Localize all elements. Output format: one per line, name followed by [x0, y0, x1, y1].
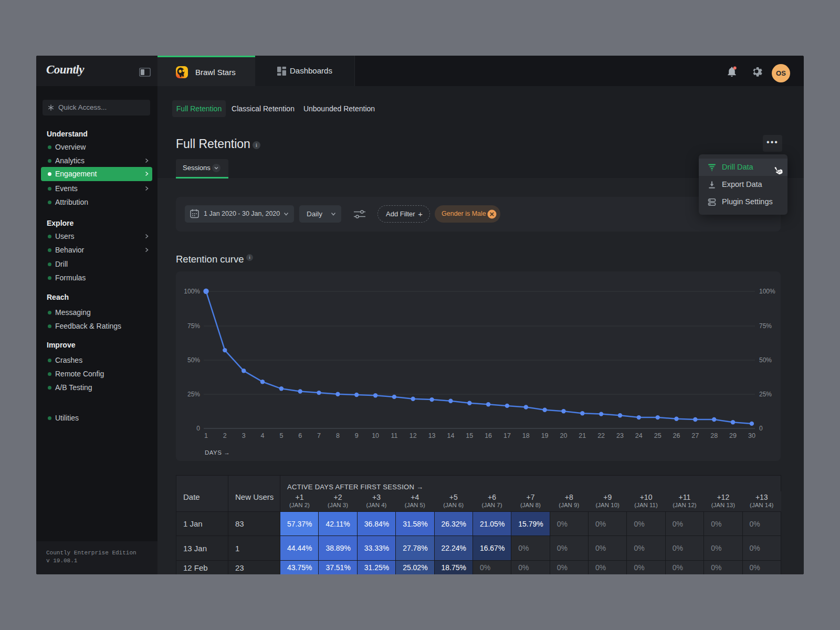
svg-text:9: 9 — [355, 432, 359, 439]
svg-text:21: 21 — [579, 432, 586, 439]
svg-text:14: 14 — [447, 432, 454, 439]
svg-text:11: 11 — [391, 432, 397, 439]
svg-text:0: 0 — [759, 425, 763, 432]
svg-text:8: 8 — [336, 432, 340, 439]
svg-text:28: 28 — [710, 432, 718, 439]
svg-text:30: 30 — [748, 432, 755, 439]
svg-text:22: 22 — [597, 432, 605, 439]
svg-text:75%: 75% — [187, 322, 200, 330]
svg-text:12: 12 — [410, 432, 417, 439]
svg-text:50%: 50% — [759, 356, 772, 364]
svg-text:3: 3 — [242, 432, 246, 439]
svg-text:100%: 100% — [184, 288, 200, 295]
svg-text:25: 25 — [654, 432, 662, 439]
svg-text:10: 10 — [372, 432, 379, 439]
svg-text:50%: 50% — [187, 356, 200, 364]
svg-text:24: 24 — [635, 432, 643, 439]
svg-text:100%: 100% — [759, 288, 775, 295]
svg-text:25%: 25% — [187, 391, 200, 398]
svg-text:15: 15 — [466, 432, 473, 439]
svg-text:20: 20 — [560, 432, 568, 439]
svg-text:0: 0 — [196, 425, 200, 432]
svg-text:5: 5 — [279, 432, 283, 439]
svg-text:4: 4 — [261, 432, 265, 439]
svg-text:25%: 25% — [759, 391, 772, 398]
svg-text:2: 2 — [223, 432, 227, 439]
svg-text:1: 1 — [204, 432, 208, 439]
svg-text:17: 17 — [503, 432, 511, 439]
svg-text:26: 26 — [673, 432, 680, 439]
svg-text:16: 16 — [485, 432, 492, 439]
svg-text:19: 19 — [541, 432, 549, 439]
svg-text:75%: 75% — [759, 322, 772, 330]
svg-text:DAYS →: DAYS → — [205, 449, 230, 456]
svg-text:23: 23 — [616, 432, 624, 439]
svg-text:7: 7 — [317, 432, 321, 439]
svg-text:13: 13 — [428, 432, 436, 439]
svg-text:29: 29 — [729, 432, 737, 439]
svg-text:6: 6 — [298, 432, 302, 439]
svg-text:18: 18 — [522, 432, 530, 439]
svg-text:27: 27 — [691, 432, 699, 439]
